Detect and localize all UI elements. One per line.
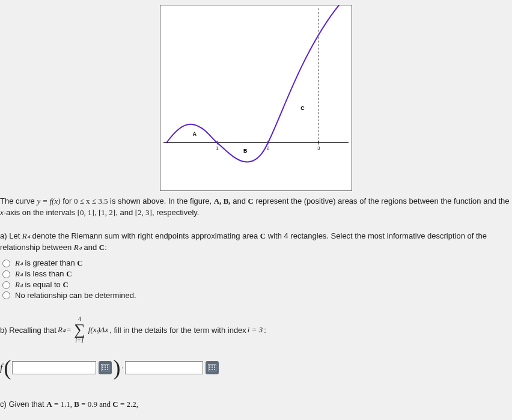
option-1-radio[interactable] bbox=[2, 260, 10, 267]
option-4-row: No relationship can be determined. bbox=[2, 290, 512, 300]
graph-container: 1 2 3 A B C bbox=[0, 0, 512, 195]
svg-text:B: B bbox=[243, 148, 248, 154]
option-4-label: No relationship can be determined. bbox=[15, 291, 136, 300]
part-a-question: a) Let R₄ denote the Riemann sum with ri… bbox=[0, 230, 512, 256]
svg-point-22 bbox=[209, 365, 210, 367]
part-a-options: R₄ is greater than C R₄ is less than C R… bbox=[0, 255, 512, 305]
summation-symbol: 4 ∑ i=1 bbox=[74, 316, 85, 344]
svg-point-12 bbox=[103, 365, 104, 367]
part-b-question: b) Recalling that R₄ = 4 ∑ i=1 f(xᵢ)Δx ,… bbox=[0, 314, 512, 346]
option-4-radio[interactable] bbox=[2, 291, 10, 299]
svg-point-26 bbox=[212, 367, 213, 368]
svg-point-24 bbox=[214, 365, 215, 367]
svg-point-25 bbox=[209, 367, 210, 368]
svg-point-20 bbox=[108, 369, 109, 370]
curve-svg: 1 2 3 A B C bbox=[160, 5, 352, 190]
xi-input[interactable] bbox=[12, 361, 96, 374]
option-3-radio[interactable] bbox=[2, 281, 10, 289]
keypad-icon[interactable] bbox=[99, 361, 112, 374]
option-3-label: R₄ is equal to C bbox=[15, 280, 69, 290]
svg-text:A: A bbox=[192, 131, 197, 137]
svg-text:3: 3 bbox=[317, 145, 320, 151]
svg-text:1: 1 bbox=[216, 145, 219, 151]
option-2-row: R₄ is less than C bbox=[2, 269, 512, 279]
svg-text:2: 2 bbox=[267, 145, 270, 151]
paren-close: ) bbox=[113, 357, 120, 379]
svg-point-28 bbox=[209, 369, 210, 370]
svg-point-16 bbox=[105, 367, 106, 368]
svg-point-19 bbox=[105, 369, 106, 370]
part-b-answer-row: f ( ) · bbox=[0, 355, 512, 381]
svg-point-17 bbox=[108, 367, 109, 368]
option-1-row: R₄ is greater than C bbox=[2, 258, 512, 269]
paren-open: ( bbox=[4, 357, 11, 379]
option-2-label: R₄ is less than C bbox=[15, 269, 72, 279]
svg-point-30 bbox=[214, 369, 215, 370]
option-3-row: R₄ is equal to C bbox=[2, 279, 512, 290]
curve-graph: 1 2 3 A B C bbox=[160, 5, 352, 191]
f-label: f bbox=[0, 362, 2, 373]
dx-input[interactable] bbox=[125, 361, 203, 374]
svg-point-18 bbox=[103, 369, 104, 370]
part-c-given: c) Given that A = 1.1, B = 0.9 and C = 2… bbox=[0, 398, 512, 413]
svg-point-23 bbox=[212, 365, 213, 367]
svg-point-27 bbox=[214, 367, 215, 368]
svg-text:C: C bbox=[300, 105, 305, 111]
intro-paragraph: The curve y = f(x) for 0 ≤ x ≤ 3.5 is sh… bbox=[0, 195, 512, 221]
svg-point-14 bbox=[108, 365, 109, 367]
option-1-label: R₄ is greater than C bbox=[15, 258, 83, 268]
svg-point-13 bbox=[105, 365, 106, 367]
keypad-icon[interactable] bbox=[206, 361, 219, 374]
svg-point-29 bbox=[212, 369, 213, 370]
option-2-radio[interactable] bbox=[2, 270, 10, 278]
svg-point-15 bbox=[103, 367, 104, 368]
